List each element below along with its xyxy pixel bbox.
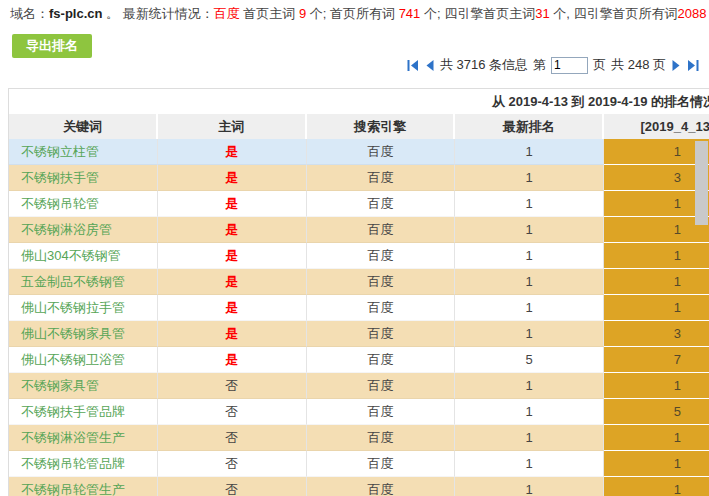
table-row: 五金制品不锈钢管 是 百度 1 111 <box>9 269 709 295</box>
engine-cell: 百度 <box>307 477 456 496</box>
pagination: 共 3716 条信息 第 页 共 248 页 <box>406 56 700 74</box>
keyword-cell[interactable]: 佛山不锈钢拉手管 <box>9 295 158 321</box>
keyword-cell[interactable]: 不锈钢吊轮管生产 <box>9 477 158 496</box>
main-word-cell: 是 <box>158 243 307 269</box>
keyword-cell[interactable]: 不锈钢扶手管品牌 <box>9 399 158 425</box>
keyword-cell[interactable]: 不锈钢淋浴管生产 <box>9 425 158 451</box>
latest-rank-cell: 1 <box>455 399 604 425</box>
stats-segment: fs-plc.cn <box>49 6 102 21</box>
engine-cell: 百度 <box>307 451 456 477</box>
engine-cell: 百度 <box>307 425 456 451</box>
main-word-cell: 是 <box>158 347 307 373</box>
main-word-cell: 是 <box>158 191 307 217</box>
keyword-cell[interactable]: 不锈钢扶手管 <box>9 165 158 191</box>
pagination-page-label-before: 第 <box>533 56 546 74</box>
table-body: 从 2019-4-13 到 2019-4-19 的排名情况 关键词 主词 搜索引… <box>9 89 709 496</box>
date-rank-cell: 1 <box>604 139 709 165</box>
date-rank-cell: 3 <box>604 165 709 191</box>
engine-cell: 百度 <box>307 243 456 269</box>
engine-cell: 百度 <box>307 165 456 191</box>
latest-rank-cell: 1 <box>455 295 604 321</box>
column-header-keyword: 关键词 <box>9 114 158 139</box>
keyword-cell[interactable]: 不锈钢吊轮管品牌 <box>9 451 158 477</box>
keyword-cell[interactable]: 不锈钢家具管 <box>9 373 158 399</box>
table-row: 佛山不锈钢卫浴管 是 百度 5 788 <box>9 347 709 373</box>
table-row: 不锈钢扶手管 是 百度 1 323 <box>9 165 709 191</box>
date-rank-cell: 1 <box>604 269 709 295</box>
latest-rank-cell: 1 <box>455 321 604 347</box>
date-rank-cell: 1 <box>604 295 709 321</box>
date-rank-cell: 1 <box>604 373 709 399</box>
table-row: 不锈钢吊轮管生产 否 百度 1 111 <box>9 477 709 496</box>
engine-cell: 百度 <box>307 139 456 165</box>
main-word-cell: 否 <box>158 451 307 477</box>
table-row: 佛山不锈钢家具管 是 百度 1 333 <box>9 321 709 347</box>
stats-bar: 域名：fs-plc.cn 。 最新统计情况：百度 首页主词 9 个; 首页所有词… <box>0 0 709 23</box>
export-ranking-button[interactable]: 导出排名 <box>12 34 92 58</box>
first-page-icon[interactable] <box>406 60 419 71</box>
page-number-input[interactable] <box>551 57 588 74</box>
table-row: 佛山不锈钢拉手管 是 百度 1 111 <box>9 295 709 321</box>
date-rank-cell: 7 <box>604 347 709 373</box>
pagination-total-pages: 共 248 页 <box>611 56 666 74</box>
table-row: 不锈钢扶手管品牌 否 百度 1 555 <box>9 399 709 425</box>
main-word-cell: 是 <box>158 139 307 165</box>
main-word-cell: 是 <box>158 269 307 295</box>
latest-rank-cell: 1 <box>455 243 604 269</box>
main-word-cell: 是 <box>158 217 307 243</box>
stats-segment: 2088 <box>677 6 706 21</box>
latest-rank-cell: 1 <box>455 191 604 217</box>
stats-segment: 741 <box>399 6 421 21</box>
main-word-cell: 是 <box>158 321 307 347</box>
date-rank-cell: 1 <box>604 477 709 496</box>
stats-segment: 31 <box>535 6 549 21</box>
keyword-cell[interactable]: 佛山不锈钢卫浴管 <box>9 347 158 373</box>
table-row: 不锈钢淋浴房管 是 百度 1 111 <box>9 217 709 243</box>
next-page-icon[interactable] <box>671 60 682 71</box>
engine-cell: 百度 <box>307 373 456 399</box>
ranking-table-viewport: 从 2019-4-13 到 2019-4-19 的排名情况 关键词 主词 搜索引… <box>8 88 709 496</box>
table-title: 从 2019-4-13 到 2019-4-19 的排名情况 <box>9 89 709 114</box>
latest-rank-cell: 1 <box>455 451 604 477</box>
last-page-icon[interactable] <box>687 60 700 71</box>
latest-rank-cell: 1 <box>455 373 604 399</box>
keyword-cell[interactable]: 五金制品不锈钢管 <box>9 269 158 295</box>
date-rank-cell: 1 <box>604 451 709 477</box>
keyword-cell[interactable]: 佛山不锈钢家具管 <box>9 321 158 347</box>
keyword-cell[interactable]: 不锈钢吊轮管 <box>9 191 158 217</box>
prev-page-icon[interactable] <box>424 60 435 71</box>
column-header-latest: 最新排名 <box>455 114 604 139</box>
keyword-cell[interactable]: 不锈钢立柱管 <box>9 139 158 165</box>
column-header-engine: 搜索引擎 <box>307 114 456 139</box>
date-rank-cell: 3 <box>604 321 709 347</box>
latest-rank-cell: 1 <box>455 477 604 496</box>
stats-segment: 域名： <box>10 6 49 21</box>
date-rank-cell: 1 <box>604 425 709 451</box>
pagination-page-label-after: 页 <box>593 56 606 74</box>
engine-cell: 百度 <box>307 347 456 373</box>
keyword-cell[interactable]: 佛山304不锈钢管 <box>9 243 158 269</box>
stats-segment: 最新统计情况： <box>123 6 214 21</box>
latest-rank-cell: 1 <box>455 139 604 165</box>
vertical-scrollbar-thumb[interactable] <box>695 141 708 225</box>
latest-rank-cell: 1 <box>455 217 604 243</box>
main-word-cell: 否 <box>158 373 307 399</box>
engine-cell: 百度 <box>307 269 456 295</box>
latest-rank-cell: 1 <box>455 425 604 451</box>
engine-cell: 百度 <box>307 191 456 217</box>
engine-cell: 百度 <box>307 217 456 243</box>
date-rank-cell: 1 <box>604 191 709 217</box>
stats-segment: 个; 首页所有词 <box>306 6 398 21</box>
table-row: 不锈钢立柱管 是 百度 1 111 <box>9 139 709 165</box>
date-column-header: [2019_4_13] <box>604 114 709 139</box>
keyword-cell[interactable]: 不锈钢淋浴房管 <box>9 217 158 243</box>
main-word-cell: 是 <box>158 295 307 321</box>
column-header-main-word: 主词 <box>158 114 307 139</box>
stats-segment: 个; 四引擎首页主词 <box>420 6 535 21</box>
date-rank-cell: 5 <box>604 399 709 425</box>
table-row: 不锈钢吊轮管 是 百度 1 111 <box>9 191 709 217</box>
engine-cell: 百度 <box>307 295 456 321</box>
main-word-cell: 是 <box>158 165 307 191</box>
table-row: 不锈钢家具管 否 百度 1 111 <box>9 373 709 399</box>
header-row: 关键词 主词 搜索引擎 最新排名 [2019_4_13][2019_4_14][… <box>9 114 709 139</box>
